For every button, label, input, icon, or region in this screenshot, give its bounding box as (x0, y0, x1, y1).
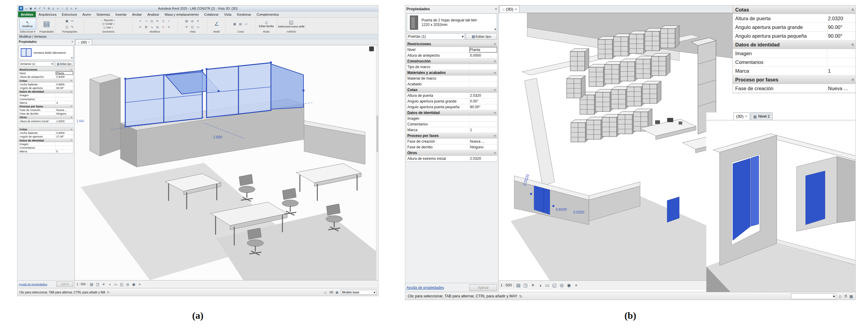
property-value[interactable]: 27.00° (56, 135, 73, 138)
view-scale[interactable]: 1 : 500 (75, 282, 88, 286)
panel-label-geometria[interactable]: Geometría (84, 30, 132, 34)
property-value[interactable]: 2.0320 (469, 93, 497, 98)
property-value[interactable]: 1 (469, 127, 497, 133)
ribbon-tab[interactable]: Arquitectura (36, 11, 59, 17)
dimension-label[interactable]: 2.600 (213, 135, 222, 139)
property-value[interactable] (827, 58, 856, 66)
property-value[interactable]: Planta (469, 47, 497, 52)
property-value[interactable] (56, 146, 73, 149)
delete-icon[interactable]: × (161, 25, 165, 29)
measure-icon[interactable]: ∠ (214, 21, 219, 27)
property-row[interactable]: Angulo de apertura 90.00° (19, 86, 73, 90)
close-tab-icon[interactable]: × (515, 7, 517, 11)
property-row[interactable]: Datos de identidad (19, 90, 73, 93)
drafting-view-icon[interactable]: ▱ (244, 22, 248, 26)
properties-help-link[interactable]: Ayuda de propiedades (19, 282, 47, 286)
dimension-label-offset[interactable]: 0.0250 (573, 210, 584, 214)
analytical-model-icon[interactable]: ⌖ (137, 282, 143, 286)
property-value[interactable]: Planta (56, 72, 73, 75)
close-tab-icon[interactable]: × (88, 40, 90, 44)
crop-view-icon[interactable]: ▭ (113, 282, 118, 286)
dimension-label-width[interactable]: 0.6030 (556, 208, 567, 212)
property-row[interactable]: Proceso por fases (733, 75, 856, 84)
section-icon[interactable]: ◫ (65, 6, 69, 10)
properties-help-link[interactable]: Ayuda de propiedades (406, 285, 444, 290)
property-row[interactable]: Comentarios (19, 146, 73, 149)
geometry-tool[interactable]: ⌐ Recorte (101, 19, 115, 22)
ribbon-tab[interactable]: Acero (80, 11, 94, 17)
property-value[interactable]: 90.00° (827, 32, 856, 40)
property-value[interactable]: 1.8200 (56, 119, 73, 123)
property-value[interactable]: 0.8800 (56, 83, 73, 86)
property-row[interactable]: Altura de puerta 2.0320 (733, 14, 856, 23)
paste-icon[interactable]: ▣ (65, 19, 69, 23)
text-icon[interactable]: A (56, 6, 60, 10)
property-value[interactable]: 2.0320 (469, 156, 497, 161)
type-selector[interactable]: Ventana doble laboratorio ▾ (19, 46, 73, 60)
property-row[interactable]: Imagen (19, 142, 73, 146)
reveal-hidden-icon[interactable]: ◉ (566, 282, 572, 288)
cut-icon[interactable]: ✂ (70, 19, 75, 23)
properties-icon[interactable]: ▤ (43, 20, 50, 28)
view-scale[interactable]: 1 : 500 (499, 283, 514, 287)
type-selector[interactable]: Puerta de 2 hojas desigual lab bim 1220 … (407, 13, 497, 32)
ribbon-tab[interactable]: Anotar (129, 11, 145, 17)
analytical-model-icon[interactable]: ⌖ (573, 282, 579, 288)
visibility-icon[interactable]: ◎ (190, 19, 194, 23)
property-row[interactable]: Proceso por fases (406, 133, 497, 139)
property-value[interactable]: 0.8000 (56, 131, 73, 135)
panel-label-crear[interactable]: Crear (226, 30, 256, 34)
scrollbar-thumb[interactable] (377, 116, 378, 152)
apply-button[interactable]: Aplicar (56, 282, 73, 287)
property-row[interactable]: Angulo apertura puerta grande 0.00° (406, 99, 497, 104)
status-dropdown[interactable]: ▾ (791, 294, 836, 299)
render-icon[interactable]: ☀ (184, 25, 189, 29)
pick-new-host-button[interactable]: ◱ Selecciona nuevo anfitr (278, 20, 304, 28)
property-row[interactable]: Restricciones (406, 41, 497, 47)
split-icon[interactable]: ✂ (138, 25, 143, 29)
property-row[interactable]: Datos de identidad (19, 139, 73, 142)
property-row[interactable]: Datos de identidad (733, 40, 856, 49)
property-row[interactable]: Marca 1 (406, 127, 497, 133)
property-row[interactable]: Imagen (406, 116, 497, 121)
copy-icon[interactable]: ◫ (150, 19, 154, 23)
view-template-icon[interactable]: ▤ (184, 19, 189, 23)
property-row[interactable]: Cotas (19, 128, 73, 131)
property-value[interactable]: 90.00° (469, 104, 497, 110)
property-row[interactable]: Angulo de apertura 27.00° (19, 135, 73, 138)
measure-icon[interactable]: ∠ (51, 6, 55, 10)
element-selector[interactable]: Puertas (1) ▾ (407, 33, 465, 40)
property-row[interactable]: Fase de creación Nueva ... (406, 139, 497, 144)
property-value[interactable] (469, 121, 497, 127)
save-icon[interactable]: ▣ (29, 6, 33, 10)
property-row[interactable]: Angulo apertura puerta pequeña 90.00° (733, 32, 856, 40)
property-row[interactable]: Comentarios (406, 121, 497, 127)
worksets-icon[interactable]: ▦ (336, 291, 338, 294)
editable-only-icon[interactable]: ◇ (838, 294, 841, 299)
property-value[interactable]: 4 (56, 101, 73, 104)
worksharing-icon[interactable]: ↻ (519, 294, 522, 299)
property-row[interactable]: Altura de puerta 2.0320 (406, 93, 497, 99)
panel-label-medir[interactable]: Medir (208, 30, 225, 34)
callout-icon[interactable]: ▭ (196, 25, 200, 29)
3d-model-canvas[interactable]: 2.0320 0.6030 0.0250 (499, 13, 734, 280)
edit-type-button[interactable]: ▦ Editar tipo (466, 33, 497, 40)
close-icon[interactable]: × (495, 7, 497, 11)
property-value[interactable]: 5 (56, 149, 73, 153)
design-options-select[interactable]: Modelo base ▾ (341, 290, 376, 295)
ribbon-tab[interactable]: Gestionar (234, 11, 254, 17)
shadows-icon[interactable]: ◑ (107, 282, 112, 286)
modify-button[interactable]: ↖ Modificar (19, 18, 36, 30)
property-row[interactable]: Imagen (733, 49, 856, 58)
property-row[interactable]: Cotas (733, 5, 856, 14)
ribbon-tab[interactable]: Vista (221, 11, 234, 17)
property-row[interactable]: Comentarios (733, 58, 856, 67)
property-value[interactable]: 0.00° (469, 99, 497, 104)
property-value[interactable]: 0.9400 (56, 75, 73, 78)
property-value[interactable] (56, 98, 73, 101)
undo-icon[interactable]: ↶ (38, 6, 42, 10)
navigation-bar-icon[interactable] (369, 47, 374, 51)
detail-level-icon[interactable]: ▤ (515, 282, 522, 288)
property-row[interactable]: Ancho batiente 0.8000 (19, 131, 73, 135)
property-row[interactable]: Altura de extremo inicial 1.8200 (19, 119, 73, 123)
